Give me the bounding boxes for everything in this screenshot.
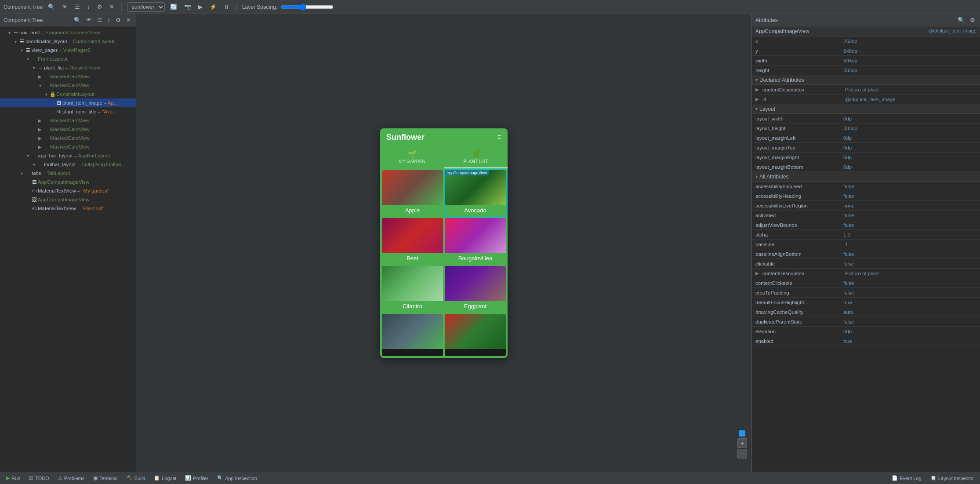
plant-card-avocado[interactable]: AppCompatImageView Avocado: [445, 170, 506, 216]
pause-button[interactable]: ⏸: [222, 3, 231, 11]
attr-row-x: x 762dp: [752, 36, 980, 46]
attr-value-layout-width: 0dp: [843, 116, 976, 121]
declared-attrs-section[interactable]: ▾ Declared Attributes: [752, 75, 980, 85]
sort-button[interactable]: ↕: [85, 3, 92, 11]
capture-button[interactable]: 📷: [182, 3, 193, 11]
tree-eye-btn[interactable]: 👁: [85, 16, 93, 24]
close-button[interactable]: ✕: [108, 3, 116, 11]
logcat-icon: 📋: [154, 475, 160, 481]
status-todo[interactable]: ☑ TODO: [26, 474, 52, 482]
attr-row-content-desc2: ▶ contentDescription Picture of plant: [752, 269, 980, 278]
plant-name-eggplant: Eggplant: [445, 301, 506, 312]
status-layout-inspector[interactable]: 🔲 Layout Inspector: [928, 474, 976, 482]
tree-item-compat-img1[interactable]: 🖼 AppCompatImageView: [0, 178, 136, 186]
tree-list-btn[interactable]: ☰: [96, 16, 104, 24]
settings-button[interactable]: ⚙: [95, 3, 104, 11]
label-masked3: MaskedCardView: [50, 118, 90, 123]
tree-item-appbar[interactable]: ▾ app_bar_layout – AppBarLayout: [0, 151, 136, 160]
tab-my-garden[interactable]: 🌱 MY GARDEN: [380, 146, 444, 168]
layout-title: Layout: [759, 106, 775, 112]
attr-value-enabled: true: [843, 338, 976, 344]
app-inspection-label: App Inspection: [225, 476, 257, 481]
label-plant-item-image: plant_item_image – Ap...: [62, 100, 118, 106]
settings2-button[interactable]: ⚡: [208, 3, 218, 11]
attr-row-default-focus: defaultFocusHighlight... true: [752, 298, 980, 307]
tree-item-constraint[interactable]: ▾ 🔒 ConstraintLayout: [0, 90, 136, 98]
phone-container: Sunflower ≡ 🌱 MY GARDEN 🌿 PLANT LIST: [136, 14, 751, 472]
zoom-out-button[interactable]: −: [737, 449, 747, 459]
status-profiler[interactable]: 📊 Profiler: [182, 474, 211, 482]
all-attrs-section[interactable]: ▾ All Attributes: [752, 172, 980, 182]
attr-row-a11y-heading: accessibilityHeading false: [752, 191, 980, 201]
status-problems[interactable]: ⚠ Problems: [55, 474, 87, 482]
attr-key-alpha: alpha: [755, 232, 843, 237]
label-coordinator: coordinator_layout – CoordinatorLayout: [25, 39, 114, 44]
attr-key-clickable: clickable: [755, 261, 843, 266]
tree-item-tabs[interactable]: ▾ tabs – TabLayout: [0, 169, 136, 178]
device-dropdown[interactable]: sunflower: [127, 2, 165, 12]
tree-item-nav-host[interactable]: ▾ ☰ nav_host – FragmentContainerView: [0, 28, 136, 37]
tree-item-framelayout[interactable]: ▾ FrameLayout: [0, 55, 136, 63]
tree-item-material-text2[interactable]: Ab MaterialTextView – "Plant list": [0, 204, 136, 213]
eye-button[interactable]: 👁: [60, 3, 69, 11]
plant-card-bougainvillea[interactable]: Bougainvillea: [445, 218, 506, 264]
plant-card-eggplant[interactable]: Eggplant: [445, 266, 506, 312]
attr-value-a11y-live: none: [843, 203, 976, 208]
icon-material-text2: Ab: [31, 206, 38, 211]
status-logcat[interactable]: 📋 Logcat: [151, 474, 179, 482]
separator1: [121, 3, 122, 11]
tree-item-masked2[interactable]: ▾ MaskedCardView: [0, 81, 136, 90]
tab-my-garden-label: MY GARDEN: [399, 159, 425, 164]
plant-name-bougainvillea: Bougainvillea: [445, 253, 506, 264]
tree-gear-btn[interactable]: ⚙: [114, 16, 122, 24]
attr-settings-btn[interactable]: ⚙: [969, 16, 976, 24]
status-run[interactable]: ▶ Run: [4, 474, 23, 482]
tree-close-btn[interactable]: ✕: [125, 16, 132, 24]
tree-item-masked3[interactable]: ▶ MaskedCardView: [0, 116, 136, 125]
tree-item-plant-list[interactable]: ▾ ≡ plant_list – RecyclerView: [0, 63, 136, 72]
tree-search-btn[interactable]: 🔍: [73, 16, 82, 24]
layout-section[interactable]: ▾ Layout: [752, 104, 980, 114]
attr-key-context-clickable: contextClickable: [755, 280, 843, 286]
attr-search-btn[interactable]: 🔍: [956, 16, 966, 24]
tooltip-avocado: AppCompatImageView: [445, 170, 489, 175]
tree-item-material-text1[interactable]: Ab MaterialTextView – "My garden": [0, 186, 136, 195]
attributes-panel-title: Attributes: [755, 17, 954, 23]
plant-card-beet[interactable]: Beet: [382, 218, 443, 264]
tree-item-masked6[interactable]: ▶ MaskedCardView: [0, 142, 136, 151]
plant-card-row4-right[interactable]: [445, 314, 506, 356]
plant-card-apple[interactable]: Apple: [382, 170, 443, 216]
tree-item-masked4[interactable]: ▶ MaskedCardView: [0, 125, 136, 134]
arrow-masked3: ▶: [37, 118, 43, 123]
tree-item-masked1[interactable]: ▶ MaskedCardView: [0, 72, 136, 81]
plant-card-cilantro[interactable]: Cilantro: [382, 266, 443, 312]
tree-item-plant-item-image[interactable]: 🖼 plant_item_image – Ap...: [0, 98, 136, 107]
tree-item-viewpager[interactable]: ▾ ☰ view_pager – ViewPager2: [0, 46, 136, 55]
plant-card-row4-left[interactable]: [382, 314, 443, 356]
status-build[interactable]: 🔨 Build: [124, 474, 148, 482]
bottom-bar-right: [445, 349, 506, 356]
tree-sort-btn[interactable]: ↕: [106, 16, 112, 24]
declared-attrs-title: Declared Attributes: [759, 77, 804, 83]
status-event-log[interactable]: 📄 Event Log: [889, 474, 924, 482]
tree-item-coordinator[interactable]: ▾ ☰ coordinator_layout – CoordinatorLayo…: [0, 37, 136, 46]
icon-nav-host: ☰: [12, 30, 19, 36]
tree-item-masked5[interactable]: ▶ MaskedCardView: [0, 134, 136, 142]
refresh-button[interactable]: 🔄: [168, 3, 179, 11]
live-button[interactable]: ▶: [196, 3, 204, 11]
attr-row-enabled: enabled true: [752, 336, 980, 346]
status-terminal[interactable]: ▣ Terminal: [91, 474, 120, 482]
status-app-inspection[interactable]: 🔍 App Inspection: [214, 474, 260, 482]
layer-spacing-slider[interactable]: [281, 4, 334, 11]
list-button[interactable]: ☰: [73, 3, 82, 11]
attr-key-content-desc2: contentDescription: [762, 271, 845, 276]
tab-plant-list[interactable]: 🌿 PLANT LIST: [444, 146, 508, 168]
plant-img-apple: [382, 170, 443, 205]
search-button[interactable]: 🔍: [46, 3, 57, 11]
attr-value-layout-height: 333dp: [843, 126, 976, 131]
zoom-in-button[interactable]: +: [737, 438, 747, 448]
arrow-framelayout: ▾: [25, 57, 31, 62]
tree-item-toolbar[interactable]: ▾ toolbar_layout – CollapsingToolbar...: [0, 160, 136, 169]
tree-item-plant-item-title[interactable]: Ab plant_item_title – "Avo...": [0, 107, 136, 116]
tree-item-compat-img2[interactable]: 🖼 AppCompatImageView: [0, 195, 136, 204]
